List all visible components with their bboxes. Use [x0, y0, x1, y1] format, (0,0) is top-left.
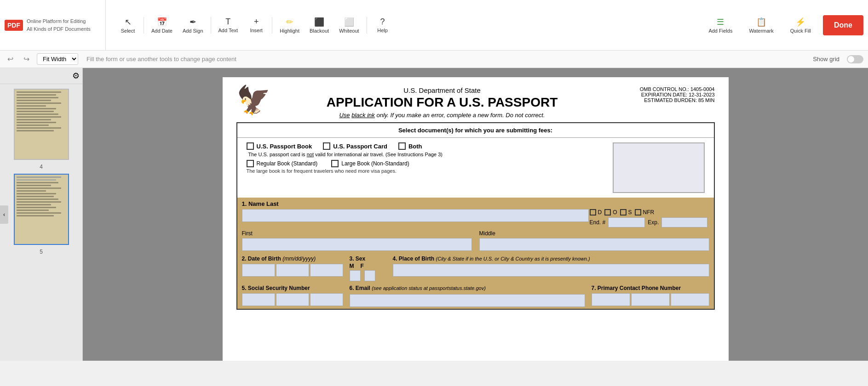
select-button[interactable]: ↖ Select: [115, 15, 141, 35]
watermark-button[interactable]: 📋 Watermark: [744, 15, 778, 35]
department-name: U.S. Department of State: [271, 86, 614, 94]
dob-col: 2. Date of Birth (mm/dd/yyyy): [242, 255, 343, 277]
sex-m-input[interactable]: [350, 270, 361, 281]
regular-book-checkbox[interactable]: [247, 160, 254, 167]
passport-card-option: U.S. Passport Card: [323, 142, 387, 150]
first-col: First: [242, 230, 472, 251]
checkbox-main: U.S. Passport Book U.S. Passport Card Bo…: [247, 142, 605, 193]
help-button[interactable]: ? Help: [370, 15, 396, 35]
logo-area: PDF Online Platform for Editing All Kind…: [5, 0, 106, 50]
calendar-icon: 📅: [157, 17, 167, 27]
phone-input-3[interactable]: [671, 293, 709, 306]
dob-month[interactable]: [242, 264, 275, 277]
show-grid-label: Show grid: [813, 56, 839, 62]
ssn-label: 5. Social Security Number: [242, 285, 343, 291]
page-5-thumbnail[interactable]: [14, 174, 69, 245]
add-text-button[interactable]: T Add Text: [214, 15, 243, 35]
passport-card-checkbox[interactable]: [323, 142, 330, 150]
highlight-button[interactable]: ✏ Highlight: [275, 15, 304, 35]
fit-width-select[interactable]: Fit Width: [37, 53, 78, 65]
first-name-input[interactable]: [242, 238, 472, 251]
sex-f-input[interactable]: [364, 270, 375, 281]
first-label: First: [242, 230, 472, 237]
main-checkbox-row: U.S. Passport Book U.S. Passport Card Bo…: [247, 142, 605, 150]
checkbox-section: U.S. Passport Book U.S. Passport Card Bo…: [237, 138, 714, 198]
large-book-option: Large Book (Non-Standard): [331, 160, 409, 167]
dob-label: 2. Date of Birth (mm/dd/yyyy): [242, 255, 343, 262]
email-col: 6. Email (see application status at pass…: [350, 285, 585, 307]
page-5-number: 5: [40, 249, 43, 255]
phone-input-1[interactable]: [592, 293, 630, 306]
seal-icon: 🦅: [236, 86, 271, 114]
select-docs-header: Select document(s) for which you are sub…: [237, 123, 714, 138]
middle-name-input[interactable]: [479, 238, 709, 251]
middle-label: Middle: [479, 230, 709, 237]
form-main-title: APPLICATION FOR A U.S. PASSPORT: [271, 95, 614, 110]
large-book-checkbox[interactable]: [331, 160, 339, 167]
name-input-row: D O S: [242, 209, 709, 227]
exp-input[interactable]: [661, 217, 707, 227]
pob-label: 4. Place of Birth (City & State if in th…: [393, 255, 709, 262]
ssn-col: 5. Social Security Number: [242, 285, 343, 307]
undo-button[interactable]: ↩: [5, 54, 16, 64]
sidebar-settings-icon[interactable]: ⚙: [72, 71, 80, 81]
ssn-email-phone-section: 5. Social Security Number 6. Email (see …: [237, 283, 714, 309]
highlight-icon: ✏: [286, 17, 293, 27]
phone-label: 7. Primary Contact Phone Number: [592, 285, 709, 291]
done-button[interactable]: Done: [823, 15, 863, 35]
blackout-icon: ⬛: [314, 17, 324, 27]
phone-input-2[interactable]: [631, 293, 670, 306]
ssn-input-3[interactable]: [310, 293, 343, 306]
main-area: ‹ ⚙: [0, 68, 868, 361]
sidebar-header: ⚙: [0, 68, 82, 84]
d-checkbox[interactable]: [590, 209, 596, 216]
sidebar: ‹ ⚙: [0, 68, 83, 361]
text-icon: T: [225, 17, 230, 27]
nfr-badge: NFR: [635, 209, 655, 216]
quick-fill-button[interactable]: ⚡ Quick Fill: [786, 15, 816, 35]
blackout-button[interactable]: ⬛ Blackout: [305, 15, 333, 35]
o-checkbox[interactable]: [604, 209, 611, 216]
nfr-checkbox[interactable]: [635, 209, 641, 216]
add-date-button[interactable]: 📅 Add Date: [147, 15, 177, 35]
show-grid-toggle[interactable]: [847, 55, 863, 63]
insert-button[interactable]: + Insert: [243, 15, 269, 35]
whiteout-button[interactable]: ⬜ Whiteout: [334, 15, 363, 35]
name-input-main: [242, 209, 589, 222]
sex-header: M F: [350, 263, 386, 269]
sex-label: 3. Sex: [350, 255, 386, 262]
pob-input[interactable]: [393, 264, 709, 277]
middle-col: Middle: [479, 230, 709, 251]
select-icon: ↖: [125, 17, 132, 27]
dob-year[interactable]: [310, 264, 343, 277]
s-checkbox[interactable]: [620, 209, 627, 216]
redo-button[interactable]: ↪: [21, 54, 32, 64]
add-sign-button[interactable]: ✒ Add Sign: [178, 15, 208, 35]
logo-text: Online Platform for Editing All Kinds of…: [27, 17, 91, 33]
end-input[interactable]: [608, 217, 645, 227]
sex-boxes: [350, 270, 386, 281]
header-right: ☰ Add Fields 📋 Watermark ⚡ Quick Fill Do…: [704, 15, 863, 35]
badge-row: D O S: [590, 209, 709, 216]
passport-header: 🦅 U.S. Department of State APPLICATION F…: [236, 86, 715, 119]
page-4-thumbnail[interactable]: [14, 89, 69, 160]
add-fields-button[interactable]: ☰ Add Fields: [704, 15, 737, 35]
sidebar-toggle-button[interactable]: ‹: [0, 205, 8, 224]
add-fields-icon: ☰: [717, 17, 724, 27]
passport-book-checkbox[interactable]: [247, 142, 254, 150]
s-badge: S: [620, 209, 632, 216]
o-badge: O: [604, 209, 617, 216]
quick-fill-icon: ⚡: [795, 17, 805, 27]
ssn-input-1[interactable]: [242, 293, 275, 306]
sign-icon: ✒: [190, 17, 196, 27]
both-checkbox[interactable]: [398, 142, 406, 150]
passport-title: U.S. Department of State APPLICATION FOR…: [271, 86, 614, 119]
d-badge: D: [590, 209, 602, 216]
form-subtitle: Use black ink only. If you make an error…: [271, 112, 614, 119]
ssn-input-2[interactable]: [276, 293, 309, 306]
email-input[interactable]: [350, 294, 585, 307]
phone-col: 7. Primary Contact Phone Number: [592, 285, 709, 307]
dob-day[interactable]: [276, 264, 309, 277]
last-name-input[interactable]: [242, 209, 589, 222]
email-label: 6. Email (see application status at pass…: [350, 285, 585, 291]
